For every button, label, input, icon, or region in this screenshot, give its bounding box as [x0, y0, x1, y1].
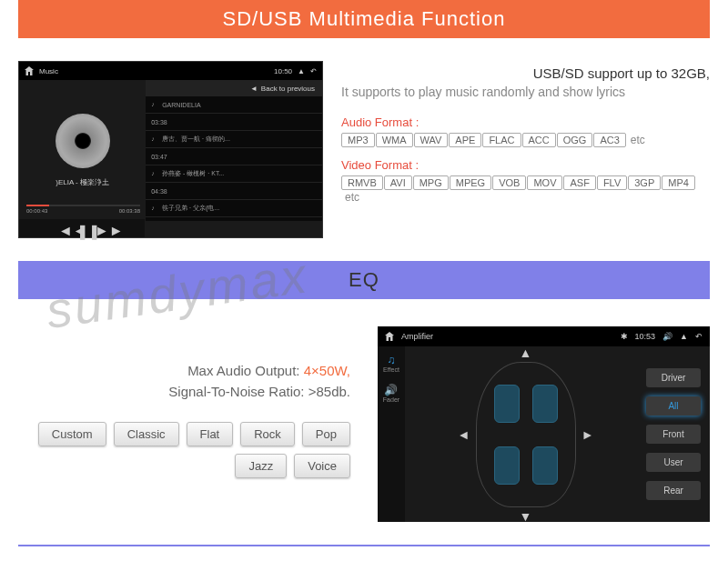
seat-front-right [532, 385, 558, 423]
amp-preset-buttons: Driver All Front User Rear [646, 346, 710, 522]
format-chip: APE [449, 133, 481, 147]
format-chip: OGG [557, 133, 593, 147]
seat-front-left [494, 385, 520, 423]
effect-icon: ♫ [383, 354, 399, 366]
playlist: ♪GARNIDELIA 03:38 ♪唐古、贾一航 · 痛彻的... 03:47… [146, 96, 322, 217]
back-icon: ↶ [695, 332, 703, 341]
total-time: 00:03:38 [119, 208, 140, 214]
eq-button-rock[interactable]: Rock [240, 422, 295, 446]
bluetooth-icon: ✱ [621, 332, 628, 341]
eq-button-flat[interactable]: Flat [187, 422, 234, 446]
player-clock: 10:50 [274, 67, 292, 75]
amp-btn-user: User [646, 453, 701, 472]
note-icon: ♪ [151, 170, 158, 177]
audio-format-label: Audio Format : [341, 115, 710, 129]
video-format-row: RMVB AVI MPG MPEG VOB MOV ASF FLV 3GP MP… [341, 175, 710, 204]
car-fader-diagram: ◄ ► ▲ ▼ [405, 346, 646, 522]
arrow-left-icon: ◄ [250, 85, 258, 93]
amp-status-bar: Amplifier ✱ 10:53 🔊 ▲ ↶ [378, 326, 710, 346]
format-chip: FLV [597, 175, 627, 190]
format-chip: VOB [492, 175, 526, 190]
music-player-screenshot: Music 10:50 ▲ ↶ )ELIA - 極楽浄土 ◄ Back to p… [18, 61, 323, 238]
usb-subline: It supports to play music randomly and s… [341, 85, 710, 99]
wifi-icon: ▲ [298, 67, 305, 75]
section-1-title: SD/USB Multimedia Function [223, 7, 506, 31]
amp-app-label: Amplifier [401, 332, 433, 341]
arrow-down-icon: ▼ [520, 509, 532, 524]
album-disc-icon [56, 114, 110, 168]
player-app-label: Music [39, 67, 58, 75]
amp-btn-driver: Driver [646, 368, 701, 387]
arrow-up-icon: ▲ [520, 346, 532, 360]
eq-button-classic[interactable]: Classic [114, 422, 179, 446]
note-icon: ♪ [151, 205, 158, 212]
format-chip: ASF [563, 175, 595, 190]
etc-label: etc [631, 134, 645, 146]
amp-clock: 10:53 [635, 332, 656, 341]
amp-btn-all: All [646, 396, 701, 416]
fader-icon: 🔊 [383, 384, 399, 396]
eq-button-jazz[interactable]: Jazz [235, 454, 287, 478]
note-icon: ♪ [151, 101, 158, 108]
format-chip: AC3 [593, 133, 625, 147]
wifi-icon: ▲ [680, 332, 688, 341]
pause-icon: ❚❚ [76, 223, 87, 234]
format-chip: AVI [384, 175, 412, 190]
section-2-body: Max Audio Output: 4×50W, Signal-To-Noise… [18, 299, 710, 531]
format-chip: 3GP [628, 175, 661, 190]
arrow-right-icon: ► [581, 427, 594, 442]
footer-divider [18, 545, 710, 546]
format-chip: MPEG [450, 175, 491, 190]
format-chip: RMVB [341, 175, 383, 190]
now-playing-title: )ELIA - 極楽浄土 [56, 177, 109, 187]
next-icon: ►► [95, 223, 106, 234]
amplifier-screenshot: Amplifier ✱ 10:53 🔊 ▲ ↶ ♫Effect 🔊Fader [378, 326, 710, 522]
format-chip: WMA [376, 133, 413, 147]
eq-preset-buttons: Custom Classic Flat Rock Pop Jazz Voice [18, 422, 350, 478]
amp-btn-rear: Rear [646, 481, 701, 500]
section-2-header: EQ [18, 261, 710, 299]
section-1-body: Music 10:50 ▲ ↶ )ELIA - 極楽浄土 ◄ Back to p… [18, 38, 710, 261]
etc-label: etc [345, 191, 359, 204]
section-1-header: SD/USB Multimedia Function [18, 0, 710, 38]
amp-btn-front: Front [646, 425, 701, 444]
usb-headline: USB/SD support up to 32GB, [341, 65, 710, 81]
format-chip: MP3 [341, 133, 375, 147]
eq-button-pop[interactable]: Pop [302, 422, 350, 446]
home-icon [385, 332, 394, 341]
fader-tab: 🔊Fader [383, 384, 399, 403]
player-controls: ◄◄ ❚❚ ►► [19, 219, 145, 237]
arrow-left-icon: ◄ [458, 427, 470, 442]
back-icon: ↶ [310, 67, 317, 75]
format-chip: FLAC [482, 133, 521, 147]
format-chip: MP4 [662, 175, 695, 190]
eq-button-custom[interactable]: Custom [38, 422, 106, 446]
snr-line: Signal-To-Noise Ratio: >85db. [18, 384, 350, 399]
player-status-bar: Music 10:50 ▲ ↶ [19, 62, 322, 80]
note-icon: ♪ [151, 135, 158, 143]
max-output-line: Max Audio Output: 4×50W, [18, 363, 350, 378]
volume-icon: 🔊 [662, 332, 672, 341]
prev-icon: ◄◄ [58, 223, 69, 234]
format-chip: MPG [413, 175, 449, 190]
section-2-title: EQ [349, 268, 379, 292]
home-icon [25, 66, 34, 75]
audio-format-row: MP3 WMA WAV APE FLAC ACC OGG AC3 etc [341, 133, 710, 147]
back-to-previous: ◄ Back to previous [146, 80, 322, 96]
progress-bar: 00:00:43 00:03:38 [26, 205, 140, 217]
format-chip: ACC [522, 133, 556, 147]
video-format-label: Video Format : [341, 158, 710, 172]
effect-tab: ♫Effect [383, 354, 399, 373]
format-chip: MOV [527, 175, 562, 190]
elapsed-time: 00:00:43 [26, 208, 47, 214]
amp-sidebar: ♫Effect 🔊Fader [378, 346, 405, 522]
eq-button-voice[interactable]: Voice [294, 454, 350, 478]
seat-rear-left [494, 446, 520, 485]
seat-rear-right [532, 446, 558, 485]
format-chip: WAV [414, 133, 449, 147]
